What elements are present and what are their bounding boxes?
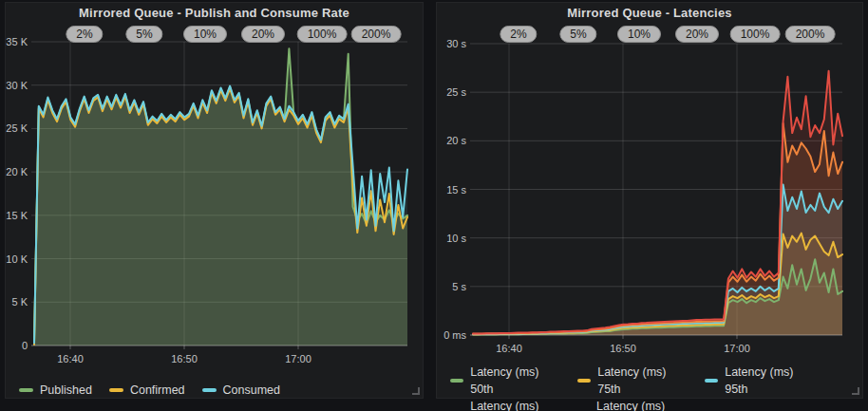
x-tick-label: 16:50	[610, 343, 636, 354]
y-tick-label: 25 s	[434, 86, 466, 98]
annotation-badge[interactable]: 2%	[500, 26, 537, 43]
legend-item-latency-ms-75th[interactable]: Latency (ms) 75th	[577, 364, 688, 398]
annotation-badge[interactable]: 20%	[675, 26, 719, 43]
x-tick-label: 16:40	[57, 353, 84, 364]
panel-resize-handle[interactable]	[411, 386, 420, 395]
legend-label: Latency (ms) 95th	[725, 364, 815, 398]
legend-swatch	[450, 379, 463, 383]
y-tick-label: 20 s	[434, 135, 466, 146]
legend-label: Latency (ms) 50th	[470, 364, 560, 398]
panel-publish-consume-rate: Mirrored Queue - Publish and Consume Rat…	[5, 2, 424, 399]
annotation-badge[interactable]: 10%	[183, 26, 227, 43]
legend-swatch	[705, 379, 718, 383]
x-tick-label: 16:40	[496, 343, 522, 354]
y-tick-label: 10 s	[434, 233, 466, 244]
legend-swatch	[19, 388, 33, 392]
annotation-badge[interactable]: 10%	[617, 26, 661, 43]
annotation-badge[interactable]: 100%	[297, 26, 348, 43]
legend-item-latency-ms-50th[interactable]: Latency (ms) 50th	[450, 364, 560, 398]
legend-label: Latency (ms) 99.9th	[596, 398, 688, 411]
legend: Latency (ms) 50thLatency (ms) 75thLatenc…	[450, 364, 849, 411]
legend-item-latency-ms-99th[interactable]: Latency (ms) 99th	[450, 398, 560, 411]
legend-item-consumed[interactable]: Consumed	[202, 382, 280, 399]
panel-resize-handle[interactable]	[851, 386, 859, 395]
y-tick-label: 5 K	[0, 296, 28, 308]
annotation-badge[interactable]: 2%	[66, 26, 103, 43]
y-tick-label: 20 K	[0, 166, 28, 177]
y-tick-label: 0 ms	[434, 329, 466, 341]
panel-title[interactable]: Mirrored Queue - Publish and Consume Rat…	[6, 6, 423, 20]
publish-consume-plot[interactable]	[6, 3, 423, 398]
y-tick-label: 5 s	[434, 281, 466, 292]
legend-item-confirmed[interactable]: Confirmed	[109, 382, 185, 399]
legend-label: Latency (ms) 75th	[597, 364, 688, 398]
y-tick-label: 10 K	[0, 253, 28, 265]
legend: PublishedConfirmedConsumed	[19, 382, 297, 399]
y-tick-label: 15 K	[0, 210, 28, 221]
x-tick-label: 16:50	[171, 353, 198, 364]
legend-swatch	[577, 379, 591, 383]
legend-label: Published	[40, 382, 92, 399]
annotation-badge[interactable]: 5%	[559, 26, 596, 43]
dashboard: Mirrored Queue - Publish and Consume Rat…	[0, 0, 868, 411]
annotation-badge[interactable]: 5%	[125, 26, 162, 43]
annotation-badge[interactable]: 20%	[241, 26, 285, 43]
annotation-badge[interactable]: 200%	[351, 26, 402, 43]
y-tick-label: 25 K	[0, 122, 28, 134]
legend-swatch	[109, 388, 123, 392]
legend-label: Consumed	[223, 382, 280, 399]
annotation-badge[interactable]: 100%	[730, 26, 781, 43]
panel-latencies: Mirrored Queue - Latencies 30 s25 s20 s1…	[436, 2, 863, 399]
legend-item-latency-ms-99-9th[interactable]: Latency (ms) 99.9th	[577, 398, 688, 411]
annotation-badge[interactable]: 200%	[785, 26, 836, 43]
y-tick-label: 30 s	[434, 38, 466, 49]
latencies-plot[interactable]	[437, 3, 862, 398]
y-tick-label: 0	[0, 340, 28, 351]
legend-item-latency-ms-95th[interactable]: Latency (ms) 95th	[705, 364, 815, 398]
x-tick-label: 17:00	[285, 353, 311, 364]
panel-title[interactable]: Mirrored Queue - Latencies	[437, 6, 862, 20]
legend-label: Confirmed	[130, 382, 185, 399]
x-tick-label: 17:00	[724, 343, 750, 354]
y-tick-label: 30 K	[0, 80, 28, 91]
legend-item-published[interactable]: Published	[19, 382, 92, 399]
y-tick-label: 35 K	[0, 36, 28, 47]
legend-label: Latency (ms) 99th	[470, 398, 560, 411]
legend-swatch	[202, 388, 217, 392]
y-tick-label: 15 s	[434, 184, 466, 196]
